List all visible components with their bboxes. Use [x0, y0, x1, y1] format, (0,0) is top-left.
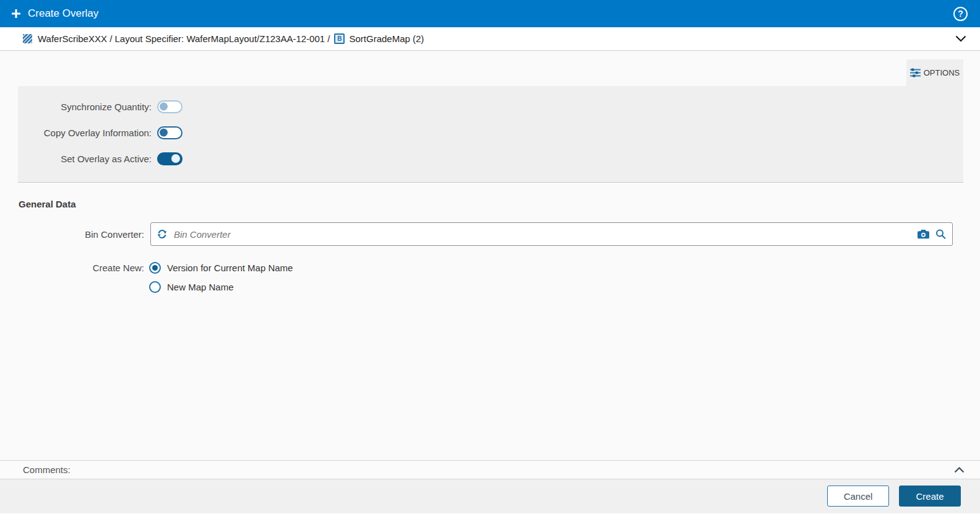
help-button[interactable]: ?: [953, 7, 968, 21]
toggle-knob: [160, 103, 168, 111]
toggle-row-synchronize-quantity: Synchronize Quantity:: [18, 100, 183, 113]
radio-circle: [149, 281, 161, 293]
refresh-icon[interactable]: [157, 229, 167, 240]
synchronize-quantity-toggle[interactable]: [157, 100, 183, 113]
bin-converter-input[interactable]: [151, 223, 952, 245]
sliders-icon: [910, 68, 921, 77]
chevron-up-icon[interactable]: [954, 467, 965, 473]
options-button[interactable]: OPTIONS: [906, 59, 963, 86]
radio-dot: [152, 265, 158, 271]
toggle-label: Copy Overlay Information:: [18, 128, 152, 138]
search-icon[interactable]: [935, 229, 946, 240]
bin-converter-field: [150, 222, 953, 246]
map-type-icon: B: [334, 33, 345, 44]
options-button-label: OPTIONS: [924, 68, 960, 77]
radio-new-map-name[interactable]: New Map Name: [149, 281, 234, 293]
breadcrumb-segment-2: SortGradeMap (2): [349, 33, 424, 44]
bin-converter-label: Bin Converter:: [0, 229, 144, 240]
comments-section-header: Comments:: [0, 460, 980, 479]
radio-version-for-current-map-name[interactable]: Version for Current Map Name: [149, 262, 293, 274]
general-data-section-title: General Data: [19, 199, 76, 209]
app-header: Create Overlay ?: [0, 0, 980, 27]
chevron-down-icon[interactable]: [955, 35, 966, 42]
toggle-label: Synchronize Quantity:: [18, 102, 152, 112]
radio-circle: [149, 262, 161, 274]
footer-action-bar: Cancel Create: [0, 479, 980, 513]
set-overlay-as-active-toggle[interactable]: [157, 152, 183, 165]
page-title: Create Overlay: [28, 7, 98, 20]
main-content: OPTIONS Synchronize Quantity: Copy Overl…: [0, 51, 980, 460]
camera-icon[interactable]: [918, 230, 929, 239]
radio-label: New Map Name: [167, 282, 234, 292]
plus-icon: [11, 9, 21, 19]
create-new-label: Create New:: [0, 263, 144, 273]
options-panel: Synchronize Quantity: Copy Overlay Infor…: [18, 86, 963, 183]
map-type-letter: B: [337, 35, 342, 42]
toggle-row-set-overlay-as-active: Set Overlay as Active:: [18, 152, 183, 165]
comments-label: Comments:: [23, 464, 71, 475]
toggle-knob: [171, 154, 180, 163]
cancel-button[interactable]: Cancel: [827, 486, 889, 507]
breadcrumb-segment-1: WaferScribeXXX / Layout Specifier: Wafer…: [38, 33, 330, 44]
wafer-layout-icon: [23, 34, 32, 43]
breadcrumb: WaferScribeXXX / Layout Specifier: Wafer…: [0, 27, 980, 51]
help-icon: ?: [958, 9, 963, 18]
copy-overlay-information-toggle[interactable]: [157, 126, 183, 139]
toggle-label: Set Overlay as Active:: [18, 154, 152, 164]
radio-label: Version for Current Map Name: [167, 263, 293, 273]
toggle-row-copy-overlay-information: Copy Overlay Information:: [18, 126, 183, 139]
create-button[interactable]: Create: [899, 486, 961, 507]
toggle-knob: [160, 129, 168, 137]
